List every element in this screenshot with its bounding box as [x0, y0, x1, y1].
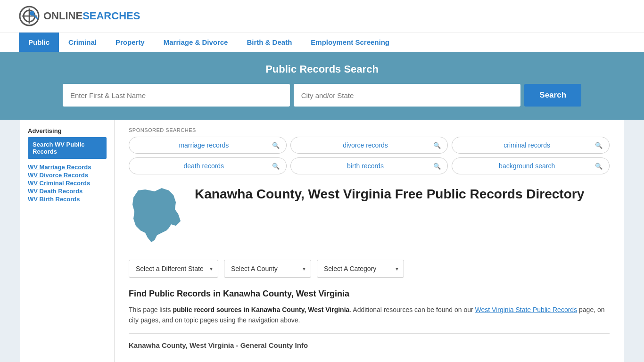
- county-dropdown[interactable]: Select A County: [224, 260, 311, 278]
- sidebar-link-death[interactable]: WV Death Records: [28, 188, 107, 195]
- category-dropdown-wrapper: Select A Category: [317, 260, 404, 278]
- find-text-part1: This page lists: [129, 306, 173, 313]
- search-form: Search: [63, 84, 581, 107]
- sponsored-item-criminal[interactable]: criminal records 🔍: [452, 137, 610, 154]
- logo-text: ONLINESEARCHES: [43, 10, 140, 22]
- sidebar-link-birth[interactable]: WV Birth Records: [28, 196, 107, 203]
- sponsored-item-background[interactable]: background search 🔍: [452, 157, 610, 174]
- heading-area: Kanawha County, West Virginia Free Publi…: [129, 186, 610, 248]
- sidebar-ad-button[interactable]: Search WV Public Records: [28, 137, 107, 159]
- nav-item-marriage-divorce[interactable]: Marriage & Divorce: [154, 33, 238, 52]
- county-dropdown-wrapper: Select A County: [224, 260, 311, 278]
- sponsored-text-criminal: criminal records: [459, 141, 595, 149]
- sponsored-grid: marriage records 🔍 divorce records 🔍 cri…: [129, 137, 610, 174]
- logo-area: ONLINESEARCHES: [19, 6, 140, 26]
- sponsored-text-divorce: divorce records: [297, 141, 434, 149]
- search-icon-background: 🔍: [595, 163, 603, 170]
- sidebar-link-criminal[interactable]: WV Criminal Records: [28, 180, 107, 187]
- search-icon-marriage: 🔍: [272, 142, 280, 149]
- sponsored-text-marriage: marriage records: [136, 141, 272, 149]
- sidebar-link-marriage[interactable]: WV Marriage Records: [28, 164, 107, 171]
- logo-icon: [19, 6, 40, 26]
- sponsored-text-background: background search: [459, 162, 595, 170]
- search-banner-title: Public Records Search: [19, 63, 625, 75]
- search-icon-divorce: 🔍: [433, 142, 441, 149]
- sidebar-ad-label: Advertising: [28, 127, 107, 134]
- content-divider: [129, 333, 610, 334]
- nav-item-criminal[interactable]: Criminal: [59, 33, 106, 52]
- search-icon-death: 🔍: [272, 163, 280, 170]
- sidebar-links: WV Marriage Records WV Divorce Records W…: [28, 164, 107, 203]
- sponsored-item-birth[interactable]: birth records 🔍: [290, 157, 448, 174]
- search-icon-criminal: 🔍: [595, 142, 603, 149]
- find-records-text: This page lists public record sources in…: [129, 304, 610, 326]
- name-input[interactable]: [63, 84, 290, 107]
- main-nav: Public Criminal Property Marriage & Divo…: [0, 32, 644, 52]
- find-text-part2: . Additional resources can be found on o…: [349, 306, 475, 313]
- nav-item-employment[interactable]: Employment Screening: [301, 33, 399, 52]
- sponsored-text-death: death records: [136, 162, 272, 170]
- sidebar-link-divorce[interactable]: WV Divorce Records: [28, 172, 107, 179]
- search-button[interactable]: Search: [524, 84, 581, 107]
- location-input[interactable]: [294, 84, 521, 107]
- content-area: SPONSORED SEARCHES marriage records 🔍 di…: [115, 120, 624, 362]
- dropdowns-row: Select a Different State Select A County…: [129, 260, 610, 278]
- nav-item-public[interactable]: Public: [19, 33, 59, 52]
- state-dropdown[interactable]: Select a Different State: [129, 260, 218, 278]
- sponsored-item-marriage[interactable]: marriage records 🔍: [129, 137, 287, 154]
- search-icon-birth: 🔍: [433, 163, 441, 170]
- sidebar: Advertising Search WV Public Records WV …: [20, 120, 115, 362]
- sponsored-item-death[interactable]: death records 🔍: [129, 157, 287, 174]
- header: ONLINESEARCHES: [0, 0, 644, 32]
- sponsored-text-birth: birth records: [297, 162, 434, 170]
- category-dropdown[interactable]: Select A Category: [317, 260, 404, 278]
- find-text-bold: public record sources in Kanawha County,…: [173, 306, 349, 313]
- search-banner: Public Records Search Search: [0, 52, 644, 120]
- state-map: [129, 186, 185, 248]
- main-wrapper: Advertising Search WV Public Records WV …: [20, 120, 624, 362]
- nav-item-property[interactable]: Property: [106, 33, 154, 52]
- sponsored-item-divorce[interactable]: divorce records 🔍: [290, 137, 448, 154]
- find-link[interactable]: West Virginia State Public Records: [475, 306, 578, 313]
- find-records-title: Find Public Records in Kanawha County, W…: [129, 289, 610, 299]
- nav-item-birth-death[interactable]: Birth & Death: [237, 33, 301, 52]
- wv-map-svg: [129, 186, 185, 247]
- page-title: Kanawha County, West Virginia Free Publi…: [195, 186, 584, 203]
- section-subtitle: Kanawha County, West Virginia - General …: [129, 341, 610, 349]
- state-dropdown-wrapper: Select a Different State: [129, 260, 218, 278]
- sponsored-label: SPONSORED SEARCHES: [129, 127, 610, 133]
